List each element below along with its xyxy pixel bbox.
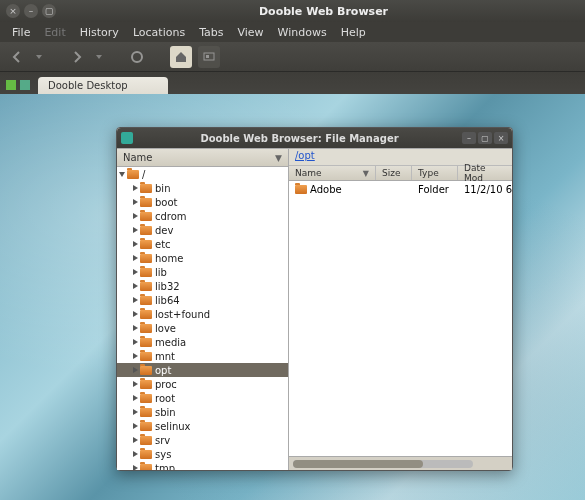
- menu-windows[interactable]: Windows: [272, 24, 333, 41]
- tree-row-cdrom[interactable]: cdrom: [117, 209, 288, 223]
- tree-row-mnt[interactable]: mnt: [117, 349, 288, 363]
- folder-icon: [127, 170, 139, 179]
- tree-row-proc[interactable]: proc: [117, 377, 288, 391]
- tree-row-lib32[interactable]: lib32: [117, 279, 288, 293]
- folder-icon: [140, 198, 152, 207]
- expand-icon: [133, 465, 138, 470]
- tree-row-love[interactable]: love: [117, 321, 288, 335]
- folder-icon: [140, 240, 152, 249]
- nav-forward-button[interactable]: [66, 46, 88, 68]
- folder-icon: [140, 366, 152, 375]
- nav-back-button[interactable]: [6, 46, 28, 68]
- tree-row-lostfound[interactable]: lost+found: [117, 307, 288, 321]
- tree-row-bin[interactable]: bin: [117, 181, 288, 195]
- tab-list-icon[interactable]: [20, 80, 30, 90]
- svg-rect-2: [206, 55, 209, 58]
- tab-new-icon[interactable]: [6, 80, 16, 90]
- tab-dooble-desktop[interactable]: Dooble Desktop: [38, 77, 168, 94]
- tree-row-root[interactable]: /: [117, 167, 288, 181]
- menu-locations[interactable]: Locations: [127, 24, 191, 41]
- viewport: Dooble Web Browser: File Manager – ▢ × N…: [0, 94, 585, 500]
- tree-row-srv[interactable]: srv: [117, 433, 288, 447]
- folder-icon: [140, 380, 152, 389]
- expand-icon: [133, 199, 138, 205]
- tree-row-etc[interactable]: etc: [117, 237, 288, 251]
- home-button[interactable]: [170, 46, 192, 68]
- expand-icon: [133, 283, 138, 289]
- expand-icon: [133, 367, 138, 373]
- fm-horizontal-scrollbar[interactable]: [289, 456, 512, 470]
- fm-titlebar[interactable]: Dooble Web Browser: File Manager – ▢ ×: [117, 128, 512, 148]
- main-window-title: Dooble Web Browser: [62, 5, 585, 18]
- tree-row-sys[interactable]: sys: [117, 447, 288, 461]
- tree-row-dev[interactable]: dev: [117, 223, 288, 237]
- tree-row-boot[interactable]: boot: [117, 195, 288, 209]
- window-minimize-button[interactable]: –: [24, 4, 38, 18]
- fm-minimize-button[interactable]: –: [462, 132, 476, 144]
- window-maximize-button[interactable]: ▢: [42, 4, 56, 18]
- nav-back-dropdown[interactable]: [34, 46, 44, 68]
- expand-icon: [133, 395, 138, 401]
- svg-point-0: [132, 52, 142, 62]
- col-name[interactable]: Name▼: [289, 166, 376, 180]
- tree-list[interactable]: /binbootcdromdevetchomeliblib32lib64lost…: [117, 167, 288, 470]
- detail-list[interactable]: AdobeFolder11/2/10 6: [289, 181, 512, 456]
- expand-icon: [133, 241, 138, 247]
- expand-icon: [119, 172, 125, 177]
- menu-view[interactable]: View: [232, 24, 270, 41]
- expand-icon: [133, 451, 138, 457]
- fm-maximize-button[interactable]: ▢: [478, 132, 492, 144]
- menubar: FileEditHistoryLocationsTabsViewWindowsH…: [0, 22, 585, 42]
- folder-icon: [140, 268, 152, 277]
- tree-row-opt[interactable]: opt: [117, 363, 288, 377]
- tree-row-sbin[interactable]: sbin: [117, 405, 288, 419]
- desktop-button[interactable]: [198, 46, 220, 68]
- window-close-button[interactable]: ×: [6, 4, 20, 18]
- detail-row[interactable]: AdobeFolder11/2/10 6: [289, 181, 512, 197]
- col-type[interactable]: Type: [412, 166, 458, 180]
- folder-icon: [140, 352, 152, 361]
- tree-row-lib64[interactable]: lib64: [117, 293, 288, 307]
- tree-row-root[interactable]: root: [117, 391, 288, 405]
- folder-icon: [140, 310, 152, 319]
- folder-icon: [140, 408, 152, 417]
- folder-icon: [140, 212, 152, 221]
- expand-icon: [133, 227, 138, 233]
- tree-row-media[interactable]: media: [117, 335, 288, 349]
- file-manager-window: Dooble Web Browser: File Manager – ▢ × N…: [116, 127, 513, 471]
- folder-icon: [140, 422, 152, 431]
- path-link[interactable]: /opt: [295, 150, 315, 161]
- menu-help[interactable]: Help: [335, 24, 372, 41]
- tree-pane: Name ▼ /binbootcdromdevetchomeliblib32li…: [117, 149, 289, 470]
- col-date[interactable]: Date Mod: [458, 166, 512, 180]
- expand-icon: [133, 409, 138, 415]
- expand-icon: [133, 339, 138, 345]
- fm-app-icon: [121, 132, 133, 144]
- expand-icon: [133, 353, 138, 359]
- folder-icon: [140, 254, 152, 263]
- tree-row-home[interactable]: home: [117, 251, 288, 265]
- expand-icon: [133, 297, 138, 303]
- fm-window-title: Dooble Web Browser: File Manager: [137, 133, 462, 144]
- menu-tabs[interactable]: Tabs: [193, 24, 229, 41]
- tree-row-selinux[interactable]: selinux: [117, 419, 288, 433]
- tree-sort-icon: ▼: [275, 153, 282, 163]
- folder-icon: [295, 185, 307, 194]
- reload-button[interactable]: [126, 46, 148, 68]
- folder-icon: [140, 450, 152, 459]
- nav-forward-dropdown[interactable]: [94, 46, 104, 68]
- expand-icon: [133, 213, 138, 219]
- folder-icon: [140, 394, 152, 403]
- tree-header[interactable]: Name ▼: [117, 149, 288, 167]
- fm-close-button[interactable]: ×: [494, 132, 508, 144]
- menu-history[interactable]: History: [74, 24, 125, 41]
- tree-row-tmp[interactable]: tmp: [117, 461, 288, 470]
- folder-icon: [140, 436, 152, 445]
- tabstrip: Dooble Desktop: [0, 72, 585, 94]
- menu-file[interactable]: File: [6, 24, 36, 41]
- col-size[interactable]: Size: [376, 166, 412, 180]
- toolbar: [0, 42, 585, 72]
- expand-icon: [133, 269, 138, 275]
- expand-icon: [133, 255, 138, 261]
- tree-row-lib[interactable]: lib: [117, 265, 288, 279]
